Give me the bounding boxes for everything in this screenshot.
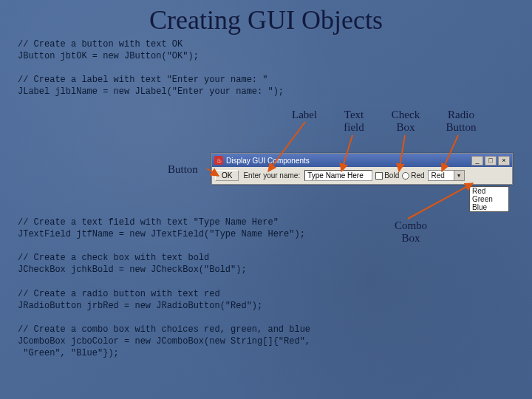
code-line: JButton jbtOK = new JButton("OK"); bbox=[18, 50, 199, 62]
annotation-radiobutton: Radio Button bbox=[440, 109, 482, 134]
chevron-down-icon: ▾ bbox=[454, 171, 464, 180]
minimize-button[interactable]: _ bbox=[471, 156, 483, 166]
code-line: // Create a radio button with text red bbox=[18, 288, 262, 300]
code-line: JLabel jlblName = new JLabel("Enter your… bbox=[18, 86, 284, 98]
red-radiobutton[interactable]: Red bbox=[402, 171, 424, 180]
name-label: Enter your name: bbox=[242, 171, 301, 180]
code-block-combobox: // Create a combo box with choices red, … bbox=[18, 324, 310, 360]
code-block-textfield: // Create a text field with text "Type N… bbox=[18, 216, 305, 240]
close-button[interactable]: × bbox=[498, 156, 510, 166]
combobox-option[interactable]: Green bbox=[470, 195, 508, 203]
combobox-option[interactable]: Red bbox=[470, 187, 508, 195]
annotation-combobox: Combo Box bbox=[390, 219, 432, 245]
code-line: // Create a label with text "Enter your … bbox=[18, 74, 284, 86]
code-line: JRadioButton jrbRed = new JRadioButton("… bbox=[18, 300, 262, 312]
annotation-button: Button bbox=[168, 163, 198, 176]
code-line: JComboBox jcboColor = new JComboBox(new … bbox=[18, 335, 310, 347]
annotation-line: Text bbox=[344, 109, 364, 120]
annotation-textfield: Text field bbox=[338, 109, 370, 134]
annotation-line: Box bbox=[396, 121, 415, 133]
arrow-to-combobox bbox=[408, 183, 473, 219]
titlebar: ♨ Display GUI Components _ □ × bbox=[212, 154, 512, 167]
annotation-label: Label bbox=[292, 109, 317, 121]
checkbox-label: Bold bbox=[384, 171, 399, 180]
name-textfield[interactable] bbox=[304, 170, 372, 181]
code-block-label: // Create a label with text "Enter your … bbox=[18, 74, 284, 98]
window-title: Display GUI Components bbox=[226, 157, 470, 165]
java-icon: ♨ bbox=[214, 156, 223, 165]
annotation-line: Box bbox=[401, 232, 420, 244]
combobox-dropdown[interactable]: Red Green Blue bbox=[469, 186, 509, 212]
color-combobox[interactable]: Red ▾ bbox=[428, 170, 465, 181]
maximize-button[interactable]: □ bbox=[485, 156, 497, 166]
checkbox-box-icon bbox=[375, 172, 383, 180]
slide-title: Creating GUI Objects bbox=[0, 0, 532, 35]
component-row: OK Enter your name: Bold Red Red ▾ bbox=[212, 167, 512, 184]
combobox-value: Red bbox=[429, 171, 454, 180]
annotation-checkbox: Check Box bbox=[386, 109, 425, 134]
radio-label: Red bbox=[411, 171, 424, 180]
code-line: JCheckBox jchkBold = new JCheckBox("Bold… bbox=[18, 264, 247, 276]
bold-checkbox[interactable]: Bold bbox=[375, 171, 399, 180]
annotation-line: Combo bbox=[395, 219, 427, 231]
ok-button[interactable]: OK bbox=[215, 170, 239, 181]
code-line: "Green", "Blue"}); bbox=[18, 347, 310, 359]
combobox-option[interactable]: Blue bbox=[470, 203, 508, 211]
java-window: ♨ Display GUI Components _ □ × OK Enter … bbox=[211, 153, 513, 185]
code-line: // Create a button with text OK bbox=[18, 38, 199, 50]
annotation-line: Check bbox=[392, 109, 420, 120]
annotation-line: Radio bbox=[448, 109, 474, 120]
annotation-line: field bbox=[344, 121, 364, 133]
code-block-button: // Create a button with text OK JButton … bbox=[18, 38, 199, 62]
code-line: JTextField jtfName = new JTextField("Typ… bbox=[18, 228, 305, 240]
code-block-radiobutton: // Create a radio button with text red J… bbox=[18, 288, 262, 312]
code-line: // Create a check box with text bold bbox=[18, 252, 247, 264]
code-block-checkbox: // Create a check box with text bold JCh… bbox=[18, 252, 247, 276]
annotation-line: Button bbox=[446, 121, 477, 133]
code-line: // Create a text field with text "Type N… bbox=[18, 216, 305, 228]
code-line: // Create a combo box with choices red, … bbox=[18, 324, 310, 335]
radio-dot-icon bbox=[402, 172, 409, 180]
